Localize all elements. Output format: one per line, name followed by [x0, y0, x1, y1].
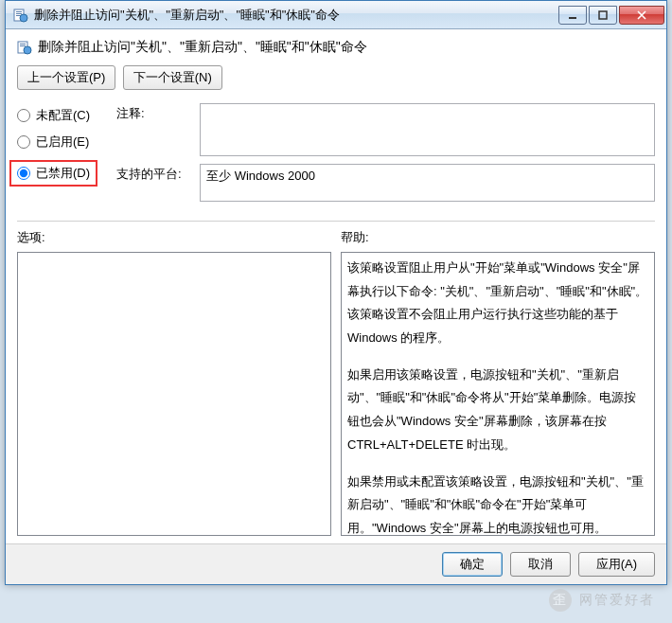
dialog-window: 删除并阻止访问"关机"、"重新启动"、"睡眠"和"休眠"命令 删除并阻止访问"关… — [5, 0, 667, 585]
radio-enabled-label: 已启用(E) — [36, 134, 89, 151]
header-row: 删除并阻止访问"关机"、"重新启动"、"睡眠"和"休眠"命令 — [17, 39, 655, 56]
svg-point-10 — [24, 46, 31, 54]
watermark-text: 网管爱好者 — [579, 592, 655, 607]
state-radios: 未配置(C) 已启用(E) 已禁用(D) — [17, 103, 97, 187]
radio-disabled-input[interactable] — [17, 167, 30, 180]
svg-rect-6 — [599, 11, 607, 19]
platform-box[interactable]: 至少 Windows 2000 — [200, 164, 655, 202]
fields: 注释: 支持的平台: 至少 Windows 2000 — [116, 103, 655, 209]
dialog-footer: 确定 取消 应用(A) — [6, 543, 666, 584]
comment-row: 注释: — [116, 103, 655, 156]
radio-not-configured-input[interactable] — [17, 109, 30, 122]
help-column: 帮助: 该策略设置阻止用户从"开始"菜单或"Windows 安全"屏幕执行以下命… — [341, 229, 655, 536]
prev-setting-button[interactable]: 上一个设置(P) — [17, 65, 115, 90]
policy-icon — [13, 8, 28, 23]
options-column: 选项: — [17, 229, 331, 536]
titlebar[interactable]: 删除并阻止访问"关机"、"重新启动"、"睡眠"和"休眠"命令 — [6, 1, 666, 29]
comment-textarea[interactable] — [200, 103, 655, 156]
cancel-button[interactable]: 取消 — [510, 552, 571, 577]
radio-enabled[interactable]: 已启用(E) — [17, 134, 97, 151]
apply-button[interactable]: 应用(A) — [578, 552, 655, 577]
svg-point-4 — [20, 14, 27, 22]
options-listbox[interactable] — [17, 252, 331, 536]
titlebar-text: 删除并阻止访问"关机"、"重新启动"、"睡眠"和"休眠"命令 — [34, 7, 558, 24]
nav-row: 上一个设置(P) 下一个设置(N) — [17, 65, 655, 90]
policy-title: 删除并阻止访问"关机"、"重新启动"、"睡眠"和"休眠"命令 — [38, 39, 367, 56]
dialog-content: 删除并阻止访问"关机"、"重新启动"、"睡眠"和"休眠"命令 上一个设置(P) … — [6, 29, 666, 543]
radio-disabled[interactable]: 已禁用(D) — [9, 160, 97, 187]
next-setting-button[interactable]: 下一个设置(N) — [123, 65, 222, 90]
help-listbox[interactable]: 该策略设置阻止用户从"开始"菜单或"Windows 安全"屏幕执行以下命令: "… — [341, 252, 655, 536]
policy-icon — [17, 40, 32, 55]
watermark-icon: 歪 — [549, 589, 572, 612]
radio-not-configured-label: 未配置(C) — [36, 107, 90, 124]
platform-label: 支持的平台: — [116, 164, 192, 183]
separator — [17, 221, 655, 222]
svg-rect-5 — [569, 17, 576, 19]
radio-enabled-input[interactable] — [17, 135, 30, 149]
watermark: 歪 网管爱好者 — [547, 589, 655, 612]
platform-row: 支持的平台: 至少 Windows 2000 — [116, 164, 655, 202]
svg-rect-9 — [20, 45, 26, 46]
help-paragraph: 如果启用该策略设置，电源按钮和"关机"、"重新启动"、"睡眠"和"休眠"命令将从… — [347, 364, 648, 457]
columns: 选项: 帮助: 该策略设置阻止用户从"开始"菜单或"Windows 安全"屏幕执… — [17, 229, 655, 536]
ok-button[interactable]: 确定 — [442, 552, 503, 577]
help-paragraph: 该策略设置阻止用户从"开始"菜单或"Windows 安全"屏幕执行以下命令: "… — [347, 257, 648, 350]
svg-rect-8 — [20, 44, 26, 44]
help-paragraph: 如果禁用或未配置该策略设置，电源按钮和"关机"、"重新启动"、"睡眠"和"休眠"… — [347, 471, 648, 537]
svg-rect-2 — [16, 13, 22, 14]
maximize-button[interactable] — [589, 6, 617, 25]
close-button[interactable] — [619, 6, 664, 25]
minimize-button[interactable] — [558, 6, 587, 25]
options-label: 选项: — [17, 229, 331, 246]
radio-not-configured[interactable]: 未配置(C) — [17, 107, 97, 124]
radio-disabled-label: 已禁用(D) — [36, 165, 90, 182]
config-row: 未配置(C) 已启用(E) 已禁用(D) 注释: 支持的平台: — [17, 103, 655, 209]
window-buttons — [558, 6, 664, 25]
comment-label: 注释: — [116, 103, 192, 122]
help-label: 帮助: — [341, 229, 655, 246]
svg-rect-1 — [16, 11, 22, 12]
